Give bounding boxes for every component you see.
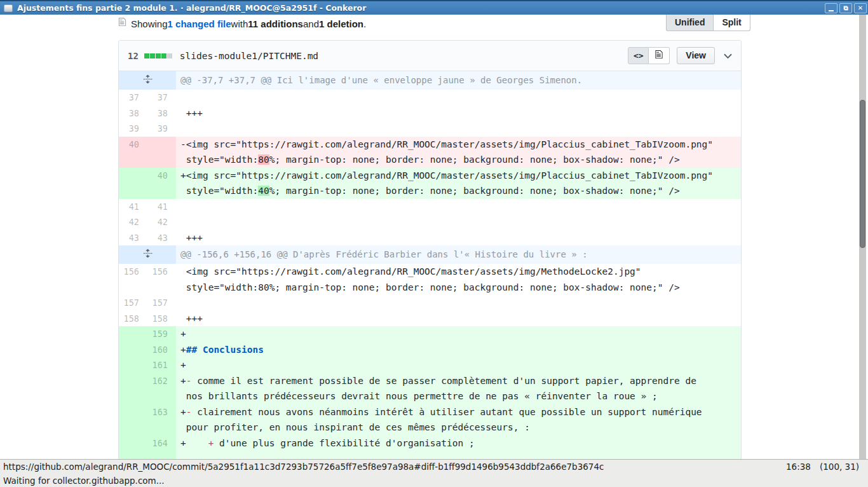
new-line-number[interactable]: 163 [147,404,176,436]
stat-block-added [144,53,149,58]
old-line-number[interactable] [119,451,147,459]
changed-file-box: 12 slides-module1/PITCHME.md <> View [118,40,742,459]
unfold-icon [143,74,153,86]
new-line-number[interactable]: 156 [147,264,176,295]
changed-file-link[interactable]: 1 changed file [168,18,231,29]
old-line-number[interactable] [119,357,147,373]
old-line-number[interactable] [119,168,147,199]
diff-hunk-row: @@ -156,6 +156,16 @@ D'après Frédéric Ba… [119,245,741,264]
scroll-position: (100, 31) [820,462,859,472]
old-line-number[interactable]: 158 [119,311,147,327]
minimize-button[interactable] [825,3,837,13]
showing-prefix: Showing [131,18,168,29]
view-button[interactable]: View [677,47,715,64]
code-line: +++ [176,311,741,327]
old-line-number[interactable] [119,436,147,451]
old-line-number[interactable]: 41 [119,199,147,215]
new-line-number[interactable] [147,137,176,168]
old-line-number[interactable]: 38 [119,106,147,121]
new-line-number[interactable]: 39 [147,121,176,137]
expand-hunk-button[interactable] [119,245,176,264]
additions-count: 11 additions [248,18,303,29]
old-line-number[interactable] [119,373,147,404]
mode-line: https://github.com/alegrand/RR_MOOC/comm… [0,460,868,474]
new-line-number[interactable]: 157 [147,295,176,311]
code-line: +++ [176,106,741,121]
new-line-number[interactable]: 40 [147,168,176,199]
diff-row: 4343 +++ [119,230,741,246]
code-line: +<img src="https://rawgit.com/alegrand/R… [176,168,741,199]
new-line-number[interactable]: 37 [147,90,176,106]
code-line [176,90,741,106]
code-line [176,214,741,230]
old-line-number[interactable]: 157 [119,295,147,311]
close-button[interactable]: ✕ [854,3,867,13]
new-line-number[interactable]: 161 [147,357,176,373]
old-line-number[interactable]: 156 [119,264,147,295]
minibuffer: Waiting for collector.githubapp.com... [0,474,868,487]
with-text: with [231,18,248,29]
scrollbar-thumb[interactable] [860,100,865,248]
restore-button[interactable]: ⧉ [839,3,852,13]
diff-table: @@ -37,7 +37,7 @@ Ici l'image d'une « en… [119,71,741,459]
new-line-number[interactable] [147,451,176,459]
code-line [176,295,741,311]
code-line: -<img src="https://rawgit.com/alegrand/R… [176,137,741,168]
new-line-number[interactable]: 38 [147,106,176,121]
file-name-link[interactable]: slides-module1/PITCHME.md [180,51,318,61]
rich-diff-button[interactable] [649,47,670,64]
new-line-number[interactable]: 160 [147,342,176,358]
window-title: Ajustements fins partie 2 module 1. · al… [17,3,366,13]
diff-hunk-row: @@ -37,7 +37,7 @@ Ici l'image d'une « en… [119,71,741,90]
current-url: https://github.com/alegrand/RR_MOOC/comm… [3,462,604,472]
diff-row: 40-<img src="https://rawgit.com/alegrand… [119,137,741,168]
diff-row: 156156 <img src="https://rawgit.com/aleg… [119,264,741,295]
old-line-number[interactable]: 40 [119,137,147,168]
file-text-icon [655,50,663,62]
diff-stat-blocks [144,53,172,58]
diff-row: 3939 [119,121,741,137]
diff-row: 157157 [119,295,741,311]
old-line-number[interactable]: 37 [119,90,147,106]
diff-view-toggle: Unified Split [666,15,750,31]
status-bar: https://github.com/alegrand/RR_MOOC/comm… [0,459,868,487]
unified-button[interactable]: Unified [666,15,713,31]
diff-row: 162+- comme il est rarement possible de … [119,373,741,404]
old-line-number[interactable]: 39 [119,121,147,137]
code-line: +++ [176,230,741,246]
code-line: <img src="https://rawgit.com/alegrand/RR… [176,264,741,295]
new-line-number[interactable]: 159 [147,326,176,342]
expand-hunk-button[interactable] [119,71,176,90]
window-titlebar: Ajustements fins partie 2 module 1. · al… [0,0,868,15]
code-line: + [176,326,741,342]
split-button[interactable]: Split [713,15,750,31]
new-line-number[interactable]: 42 [147,214,176,230]
new-line-number[interactable]: 43 [147,230,176,246]
unfold-icon [143,249,153,261]
minimize-icon [829,10,834,11]
diff-row: 4242 [119,214,741,230]
new-line-number[interactable]: 164 [147,436,176,451]
diff-row: 160+## Conclusions [119,342,741,358]
stat-block-neutral [167,53,172,58]
diff-row [119,451,741,459]
chevron-down-icon[interactable] [724,50,732,62]
vertical-scrollbar[interactable] [859,15,866,459]
new-line-number[interactable]: 162 [147,373,176,404]
diff-file-icon [118,17,126,29]
old-line-number[interactable] [119,342,147,358]
stat-block-added [161,53,166,58]
old-line-number[interactable] [119,404,147,436]
new-line-number[interactable]: 158 [147,311,176,327]
new-line-number[interactable]: 41 [147,199,176,215]
clock: 16:38 [786,462,811,472]
old-line-number[interactable]: 42 [119,214,147,230]
code-line [176,199,741,215]
diff-row: 159+ [119,326,741,342]
old-line-number[interactable]: 43 [119,230,147,246]
old-line-number[interactable] [119,326,147,342]
period: . [363,18,366,29]
window-icon [4,4,13,12]
diff-row: 163+- clairement nous avons néanmoins in… [119,404,741,436]
source-diff-button[interactable]: <> [628,47,649,64]
